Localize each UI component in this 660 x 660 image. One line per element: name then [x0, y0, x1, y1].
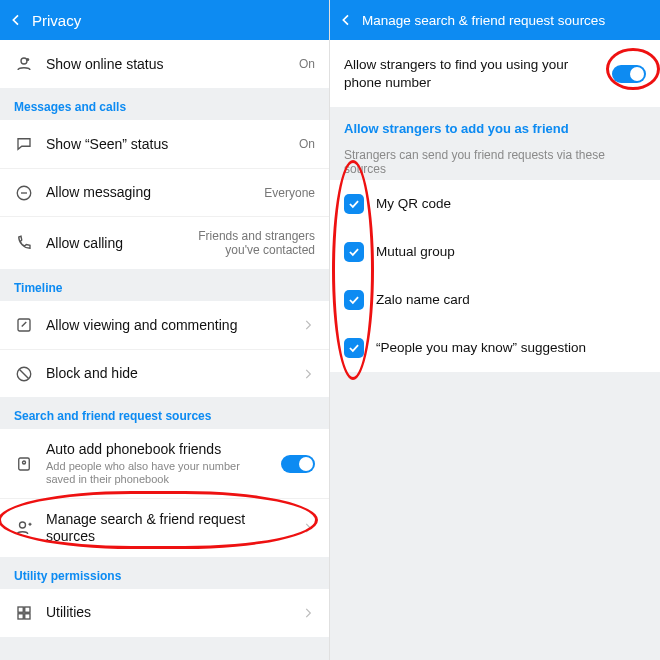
source-row-namecard[interactable]: Zalo name card: [330, 276, 660, 324]
privacy-header: Privacy: [0, 0, 329, 40]
row-auto-add-phonebook[interactable]: Auto add phonebook friends Add people wh…: [0, 429, 329, 498]
row-viewing-commenting[interactable]: Allow viewing and commenting: [0, 301, 329, 349]
source-label: My QR code: [376, 195, 646, 213]
page-title: Manage search & friend request sources: [362, 13, 605, 28]
online-status-value: On: [299, 57, 315, 71]
source-label: Zalo name card: [376, 291, 646, 309]
svg-line-6: [20, 369, 29, 378]
grid-icon: [14, 603, 34, 623]
source-label: “People you may know” suggestion: [376, 339, 646, 357]
section-search-sources: Search and friend request sources: [0, 399, 329, 429]
edit-icon: [14, 315, 34, 335]
svg-point-8: [23, 461, 26, 464]
sources-hint: Strangers can send you friend requests v…: [330, 138, 660, 180]
seen-status-value: On: [299, 137, 315, 151]
privacy-panel: Privacy Show online status On Messages a…: [0, 0, 330, 660]
source-row-mutual[interactable]: Mutual group: [330, 228, 660, 276]
allow-messaging-label: Allow messaging: [46, 184, 252, 201]
chevron-right-icon: [301, 318, 315, 332]
row-utilities[interactable]: Utilities: [0, 589, 329, 637]
allow-find-label: Allow strangers to find you using your p…: [344, 56, 600, 91]
checkbox-mutual[interactable]: [344, 242, 364, 262]
row-online-status[interactable]: Show online status On: [0, 40, 329, 88]
section-utility: Utility permissions: [0, 559, 329, 589]
auto-add-toggle[interactable]: [281, 455, 315, 473]
chat-icon: [14, 134, 34, 154]
row-allow-calling[interactable]: Allow calling Friends and strangers you'…: [0, 216, 329, 269]
online-status-label: Show online status: [46, 56, 287, 73]
seen-status-label: Show “Seen” status: [46, 136, 287, 153]
row-allow-messaging[interactable]: Allow messaging Everyone: [0, 168, 329, 216]
source-row-qr[interactable]: My QR code: [330, 180, 660, 228]
svg-point-1: [26, 58, 29, 61]
section-timeline: Timeline: [0, 271, 329, 301]
source-label: Mutual group: [376, 243, 646, 261]
allow-calling-label: Allow calling: [46, 235, 183, 252]
row-allow-find-phone[interactable]: Allow strangers to find you using your p…: [330, 40, 660, 107]
row-block-hide[interactable]: Block and hide: [0, 349, 329, 397]
utilities-label: Utilities: [46, 604, 289, 621]
svg-rect-15: [25, 614, 30, 619]
manage-sources-header: Manage search & friend request sources: [330, 0, 660, 40]
chevron-right-icon: [301, 521, 315, 535]
row-manage-sources[interactable]: Manage search & friend request sources: [0, 498, 329, 557]
section-messages-calls: Messages and calls: [0, 90, 329, 120]
back-icon[interactable]: [8, 12, 24, 28]
svg-rect-13: [25, 607, 30, 612]
message-icon: [14, 183, 34, 203]
allow-calling-value: Friends and strangers you've contacted: [195, 229, 315, 257]
checkbox-suggestion[interactable]: [344, 338, 364, 358]
source-row-suggestion[interactable]: “People you may know” suggestion: [330, 324, 660, 372]
viewing-commenting-label: Allow viewing and commenting: [46, 317, 289, 334]
user-icon: [14, 54, 34, 74]
checkbox-qr[interactable]: [344, 194, 364, 214]
section-add-friend: Allow strangers to add you as friend: [330, 107, 660, 138]
svg-point-9: [20, 522, 26, 528]
svg-rect-14: [18, 614, 23, 619]
auto-add-label: Auto add phonebook friends: [46, 441, 269, 458]
page-title: Privacy: [32, 12, 81, 29]
person-add-icon: [14, 518, 34, 538]
contacts-icon: [14, 454, 34, 474]
manage-sources-label: Manage search & friend request sources: [46, 511, 289, 545]
chevron-right-icon: [301, 367, 315, 381]
auto-add-sub: Add people who also have your number sav…: [46, 460, 269, 486]
checkbox-namecard[interactable]: [344, 290, 364, 310]
phone-icon: [14, 233, 34, 253]
chevron-right-icon: [301, 606, 315, 620]
block-hide-label: Block and hide: [46, 365, 289, 382]
allow-find-toggle[interactable]: [612, 65, 646, 83]
allow-messaging-value: Everyone: [264, 186, 315, 200]
block-icon: [14, 364, 34, 384]
back-icon[interactable]: [338, 12, 354, 28]
svg-rect-12: [18, 607, 23, 612]
manage-sources-panel: Manage search & friend request sources A…: [330, 0, 660, 660]
svg-point-0: [21, 58, 27, 64]
row-seen-status[interactable]: Show “Seen” status On: [0, 120, 329, 168]
